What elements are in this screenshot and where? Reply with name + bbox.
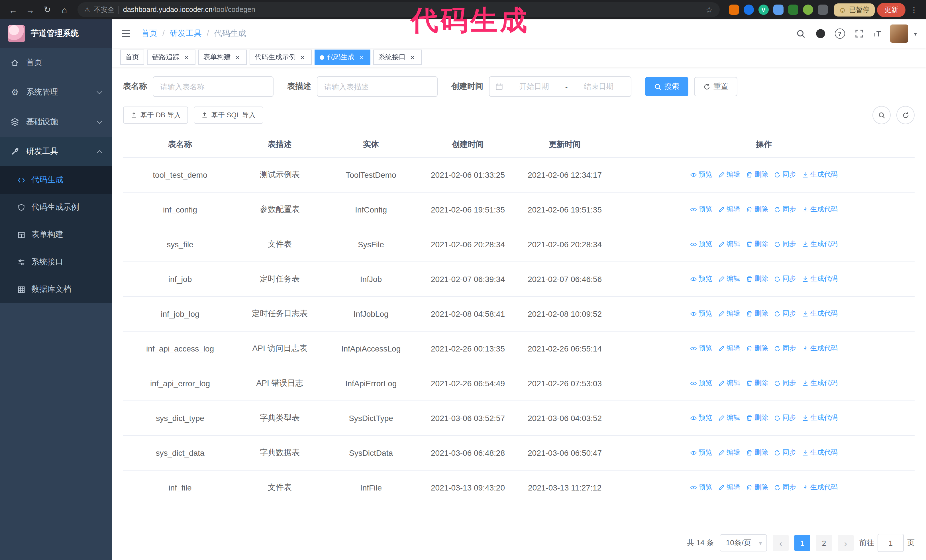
page-button-2[interactable]: 2 <box>816 535 832 551</box>
action-sync-link[interactable]: 同步 <box>774 240 796 249</box>
action-sync-link[interactable]: 同步 <box>774 413 796 423</box>
search-icon[interactable] <box>796 29 806 39</box>
browser-home-icon[interactable]: ⌂ <box>57 2 72 17</box>
action-delete-link[interactable]: 删除 <box>746 274 768 284</box>
sidebar-item-codegen-example[interactable]: 代码生成示例 <box>0 194 112 221</box>
chrome-update-button[interactable]: 更新 <box>877 3 905 17</box>
action-generate-link[interactable]: 生成代码 <box>802 205 838 214</box>
action-edit-link[interactable]: 编辑 <box>718 240 740 249</box>
extension-icon-4[interactable] <box>788 5 798 15</box>
extensions-puzzle-icon[interactable] <box>817 5 828 15</box>
action-edit-link[interactable]: 编辑 <box>718 170 740 180</box>
action-delete-link[interactable]: 删除 <box>746 483 768 492</box>
action-generate-link[interactable]: 生成代码 <box>802 448 838 458</box>
action-generate-link[interactable]: 生成代码 <box>802 240 838 249</box>
action-preview-link[interactable]: 预览 <box>690 448 712 458</box>
page-button-1[interactable]: 1 <box>794 535 810 551</box>
action-edit-link[interactable]: 编辑 <box>718 309 740 319</box>
github-icon[interactable] <box>815 29 825 39</box>
sidebar-logo[interactable]: 芋道管理系统 <box>0 20 112 48</box>
action-sync-link[interactable]: 同步 <box>774 483 796 492</box>
breadcrumb-item[interactable]: 首页 <box>141 29 157 39</box>
action-edit-link[interactable]: 编辑 <box>718 379 740 388</box>
action-sync-link[interactable]: 同步 <box>774 274 796 284</box>
extension-icon-3[interactable] <box>773 5 783 15</box>
hamburger-icon[interactable] <box>121 28 132 39</box>
font-size-icon[interactable]: TT <box>873 30 881 37</box>
action-preview-link[interactable]: 预览 <box>690 170 712 180</box>
vue-devtools-icon[interactable]: V <box>758 5 769 15</box>
profile-paused-badge[interactable]: ☺ 已暂停 <box>834 3 875 16</box>
action-preview-link[interactable]: 预览 <box>690 309 712 319</box>
browser-forward-icon[interactable]: → <box>23 2 38 17</box>
action-generate-link[interactable]: 生成代码 <box>802 483 838 492</box>
import-db-button[interactable]: 基于 DB 导入 <box>123 107 188 124</box>
action-sync-link[interactable]: 同步 <box>774 344 796 353</box>
sidebar-item-form-builder[interactable]: 表单构建 <box>0 221 112 248</box>
tab-codegen-example[interactable]: 代码生成示例 × <box>250 50 312 65</box>
action-sync-link[interactable]: 同步 <box>774 309 796 319</box>
page-size-select[interactable]: 10条/页 ▾ <box>720 534 767 551</box>
user-avatar[interactable] <box>890 24 908 43</box>
action-delete-link[interactable]: 删除 <box>746 170 768 180</box>
help-icon[interactable]: ? <box>835 29 845 39</box>
sidebar-item-infra[interactable]: 基础设施 <box>0 107 112 137</box>
tab-form-builder[interactable]: 表单构建 × <box>198 50 247 65</box>
goto-page-input[interactable] <box>878 534 904 552</box>
tab-home[interactable]: 首页 <box>120 50 144 65</box>
action-preview-link[interactable]: 预览 <box>690 240 712 249</box>
search-button[interactable]: 搜索 <box>645 77 688 96</box>
close-icon[interactable]: × <box>357 53 365 61</box>
action-edit-link[interactable]: 编辑 <box>718 483 740 492</box>
import-sql-button[interactable]: 基于 SQL 导入 <box>194 107 263 124</box>
close-icon[interactable]: × <box>234 53 242 61</box>
action-delete-link[interactable]: 删除 <box>746 413 768 423</box>
action-preview-link[interactable]: 预览 <box>690 274 712 284</box>
avatar-caret-icon[interactable]: ▾ <box>914 30 917 37</box>
action-edit-link[interactable]: 编辑 <box>718 205 740 214</box>
date-range-picker[interactable]: 开始日期 - 结束日期 <box>489 76 631 97</box>
table-name-input[interactable] <box>153 76 274 97</box>
action-delete-link[interactable]: 删除 <box>746 448 768 458</box>
tab-tracing[interactable]: 链路追踪 × <box>147 50 195 65</box>
action-delete-link[interactable]: 删除 <box>746 240 768 249</box>
action-sync-link[interactable]: 同步 <box>774 448 796 458</box>
action-generate-link[interactable]: 生成代码 <box>802 379 838 388</box>
chrome-menu-icon[interactable]: ⋮ <box>908 5 920 14</box>
action-preview-link[interactable]: 预览 <box>690 205 712 214</box>
action-generate-link[interactable]: 生成代码 <box>802 413 838 423</box>
prev-page-button[interactable]: ‹ <box>773 535 789 551</box>
action-preview-link[interactable]: 预览 <box>690 483 712 492</box>
close-icon[interactable]: × <box>299 53 307 61</box>
action-sync-link[interactable]: 同步 <box>774 205 796 214</box>
extension-icon-2[interactable] <box>743 5 754 15</box>
refresh-table-button[interactable] <box>896 106 915 124</box>
toggle-search-button[interactable] <box>872 106 891 124</box>
sidebar-item-codegen[interactable]: 代码生成 <box>0 166 112 194</box>
action-preview-link[interactable]: 预览 <box>690 379 712 388</box>
address-bar[interactable]: ⚠ 不安全 dashboard.yudao.iocoder.cn/tool/co… <box>77 2 719 17</box>
action-edit-link[interactable]: 编辑 <box>718 274 740 284</box>
action-delete-link[interactable]: 删除 <box>746 344 768 353</box>
sidebar-item-db-docs[interactable]: 数据库文档 <box>0 276 112 303</box>
breadcrumb-item[interactable]: 研发工具 <box>157 29 202 39</box>
sidebar-item-devtools[interactable]: 研发工具 <box>0 137 112 166</box>
action-generate-link[interactable]: 生成代码 <box>802 170 838 180</box>
table-desc-input[interactable] <box>317 76 438 97</box>
next-page-button[interactable]: › <box>838 535 853 551</box>
action-edit-link[interactable]: 编辑 <box>718 448 740 458</box>
action-preview-link[interactable]: 预览 <box>690 344 712 353</box>
reset-button[interactable]: 重置 <box>694 77 737 96</box>
sidebar-item-api[interactable]: 系统接口 <box>0 248 112 276</box>
action-delete-link[interactable]: 删除 <box>746 309 768 319</box>
action-edit-link[interactable]: 编辑 <box>718 413 740 423</box>
browser-back-icon[interactable]: ← <box>6 2 21 17</box>
fullscreen-icon[interactable] <box>854 29 864 39</box>
extension-icon-1[interactable] <box>729 5 739 15</box>
sidebar-item-system[interactable]: ⚙ 系统管理 <box>0 77 112 107</box>
tab-codegen[interactable]: 代码生成 × <box>315 50 371 65</box>
tab-api[interactable]: 系统接口 × <box>373 50 422 65</box>
close-icon[interactable]: × <box>182 53 190 61</box>
action-generate-link[interactable]: 生成代码 <box>802 309 838 319</box>
bookmark-star-icon[interactable]: ☆ <box>705 5 713 14</box>
